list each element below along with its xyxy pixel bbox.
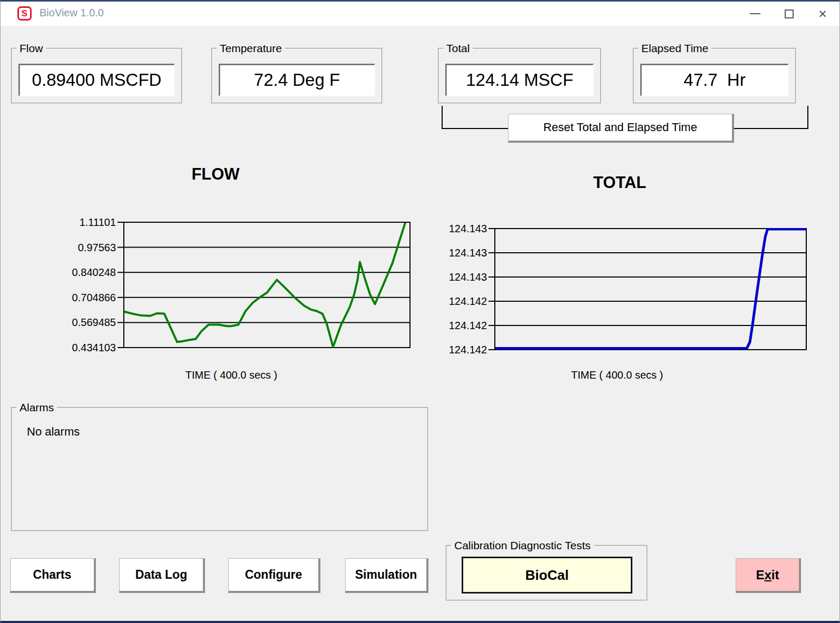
- y-axis-tick-label: 124.142: [449, 343, 487, 356]
- minimize-icon: [750, 13, 760, 14]
- calibration-group-label: Calibration Diagnostic Tests: [451, 539, 594, 552]
- alarms-message: No alarms: [27, 425, 80, 439]
- close-icon: ✕: [818, 8, 827, 19]
- data-log-button[interactable]: Data Log: [119, 558, 205, 593]
- y-axis-tick-label: 124.143: [449, 246, 487, 259]
- minimize-button[interactable]: [738, 2, 772, 26]
- total-group: Total 124.14 MSCF: [438, 48, 601, 104]
- temperature-group: Temperature 72.4 Deg F: [211, 48, 383, 104]
- total-chart-y-axis: 124.143124.143124.143124.142124.142124.1…: [430, 228, 487, 350]
- biocal-button[interactable]: BioCal: [462, 557, 632, 594]
- bracket-right-line: [807, 106, 808, 129]
- maximize-icon: [785, 9, 794, 18]
- y-axis-tick-label: 124.142: [449, 295, 487, 308]
- bioview-window: S BioView 1.0.0 ✕ Flow 0.89400 MSCFD Tem…: [0, 0, 840, 623]
- elapsed-time-value-display: 47.7 Hr: [640, 64, 789, 96]
- close-button[interactable]: ✕: [806, 2, 839, 26]
- app-logo-icon: S: [17, 6, 32, 21]
- maximize-button[interactable]: [772, 2, 806, 26]
- elapsed-time-group: Elapsed Time 47.7 Hr: [633, 48, 796, 104]
- total-group-label: Total: [443, 42, 473, 55]
- flow-group-label: Flow: [16, 42, 46, 55]
- exit-button[interactable]: Exit: [736, 558, 801, 593]
- window-controls: ✕: [738, 2, 839, 26]
- y-axis-tick-label: 0.840248: [72, 266, 116, 279]
- total-chart-x-label: TIME ( 400.0 secs ): [493, 369, 741, 381]
- titlebar: S BioView 1.0.0 ✕: [1, 2, 839, 26]
- flow-chart-x-label: TIME ( 400.0 secs ): [123, 369, 339, 381]
- flow-chart-title: FLOW: [123, 165, 308, 184]
- flow-group: Flow 0.89400 MSCFD: [11, 48, 182, 104]
- total-chart-plot: [488, 228, 807, 350]
- reset-total-elapsed-button[interactable]: Reset Total and Elapsed Time: [508, 114, 734, 143]
- alarms-group-label: Alarms: [16, 401, 57, 414]
- configure-button[interactable]: Configure: [228, 558, 320, 593]
- alarms-group: Alarms No alarms: [11, 407, 428, 531]
- y-axis-tick-label: 0.97563: [78, 241, 116, 254]
- y-axis-tick-label: 0.434103: [72, 341, 116, 354]
- elapsed-time-group-label: Elapsed Time: [638, 42, 711, 55]
- total-value-display: 124.14 MSCF: [445, 64, 594, 96]
- y-axis-tick-label: 124.143: [449, 271, 487, 283]
- y-axis-tick-label: 124.143: [449, 222, 487, 235]
- y-axis-tick-label: 0.569485: [72, 316, 116, 329]
- y-axis-tick-label: 0.704866: [72, 291, 116, 304]
- window-title: BioView 1.0.0: [40, 7, 104, 19]
- flow-chart-y-axis: 1.111010.975630.8402480.7048660.5694850.…: [59, 222, 116, 348]
- charts-button[interactable]: Charts: [10, 558, 96, 593]
- temperature-value-display: 72.4 Deg F: [219, 64, 375, 96]
- total-chart-title: TOTAL: [493, 173, 746, 192]
- simulation-button[interactable]: Simulation: [345, 558, 428, 593]
- calibration-diagnostic-group: Calibration Diagnostic Tests BioCal: [446, 545, 648, 601]
- y-axis-tick-label: 124.142: [449, 319, 487, 332]
- flow-chart-plot: [117, 222, 411, 348]
- y-axis-tick-label: 1.11101: [80, 216, 116, 229]
- temperature-group-label: Temperature: [217, 42, 285, 55]
- flow-value-display: 0.89400 MSCFD: [18, 64, 175, 96]
- bracket-left-line: [442, 106, 443, 129]
